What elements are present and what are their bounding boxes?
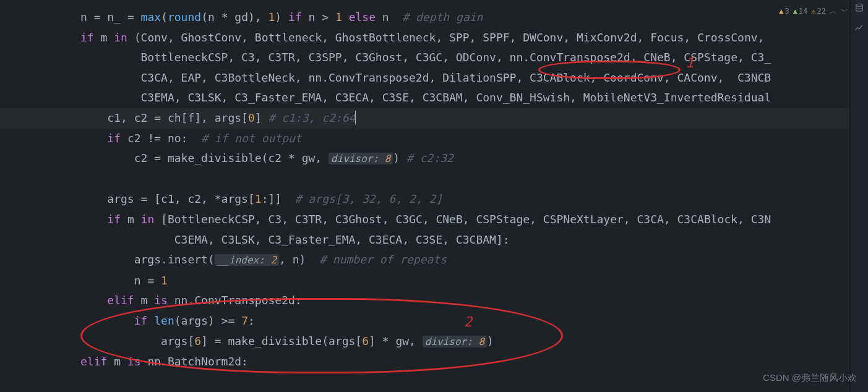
weak-warning-badge[interactable]: ⚠22 (811, 1, 826, 22)
code-line: elif m is nn.BatchNorm2d: (0, 352, 868, 372)
svg-point-0 (856, 4, 863, 6)
code-line: C3EMA, C3LSK, C3_Faster_EMA, C3ECA, C3SE… (0, 230, 868, 250)
code-line: if m in [BottleneckCSP, C3, C3TR, C3Ghos… (0, 210, 868, 230)
code-editor[interactable]: n = n_ = max(round(n * gd), 1) if n > 1 … (0, 0, 868, 392)
warning-badge[interactable]: ▲14 (793, 1, 808, 22)
inspections-widget[interactable]: ▲3 ▲14 ⚠22 ︿ ﹀ (779, 1, 848, 22)
warning-icon: ⚠ (811, 1, 815, 22)
annotation-label-1: 1 (685, 53, 694, 74)
code-line: BottleneckCSP, C3, C3TR, C3SPP, C3Ghost,… (0, 48, 868, 68)
warning-icon: ▲ (793, 1, 797, 22)
inline-hint: divisor: 8 (329, 153, 393, 164)
code-line: args = [c1, c2, *args[1:]] # args[3, 32,… (0, 189, 868, 210)
code-line: elif m is nn.ConvTranspose2d: (0, 291, 868, 311)
inline-hint: divisor: 8 (423, 336, 487, 347)
right-toolbar (851, 0, 868, 392)
inline-hint: __index: 2 (215, 254, 279, 266)
warning-icon: ▲ (779, 1, 783, 22)
code-line: args[6] = make_divisible(args[6] * gw, d… (0, 331, 868, 352)
error-badge[interactable]: ▲3 (779, 1, 789, 22)
code-line (0, 169, 868, 190)
code-line: c2 = make_divisible(c2 * gw, divisor: 8)… (0, 148, 868, 169)
code-line: n = 1 (0, 271, 868, 291)
database-icon[interactable] (854, 2, 865, 14)
watermark-text: CSDN @弗兰随风小欢 (763, 368, 857, 388)
code-line: if c2 != no: # if not output (0, 129, 868, 149)
code-line: C3EMA, C3LSK, C3_Faster_EMA, C3ECA, C3SE… (0, 88, 868, 108)
code-line: if len(args) >= 7: (0, 311, 868, 331)
chevron-up-icon[interactable]: ︿ (830, 1, 837, 22)
text-cursor (355, 111, 356, 124)
annotation-label-2: 2 (464, 312, 472, 333)
code-line: if m in (Conv, GhostConv, Bottleneck, Gh… (0, 28, 868, 48)
code-line: n = n_ = max(round(n * gd), 1) if n > 1 … (0, 7, 868, 28)
code-line-active: c1, c2 = ch[f], args[0] # c1:3, c2:64 (0, 108, 868, 129)
code-line: args.insert(__index: 2, n) # number of r… (0, 250, 868, 271)
chevron-down-icon[interactable]: ﹀ (841, 1, 848, 22)
sciview-chart-icon[interactable] (854, 22, 865, 33)
code-line: C3CA, EAP, C3BottleNeck, nn.ConvTranspos… (0, 68, 868, 88)
